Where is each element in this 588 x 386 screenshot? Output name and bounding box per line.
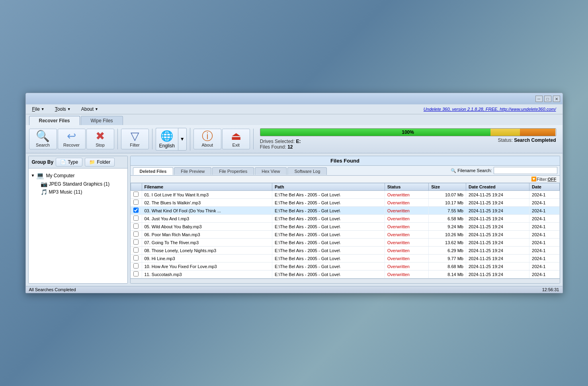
col-date[interactable]: Date — [529, 183, 559, 191]
row-date: 2024-1 — [529, 231, 559, 239]
filter-button[interactable]: ▽ Filter — [121, 129, 149, 149]
col-path[interactable]: Path — [272, 183, 385, 191]
menu-about[interactable]: About ▼ — [78, 106, 102, 113]
group-type-button[interactable]: 📄 Type — [56, 158, 82, 167]
stop-label: Stop — [96, 143, 105, 147]
row-checkbox[interactable] — [131, 223, 142, 231]
about-button[interactable]: ⓘ About — [193, 129, 221, 149]
row-date-created: 2024-11-25 19:24 — [466, 239, 529, 247]
row-date-created: 2024-11-25 19:24 — [466, 263, 529, 270]
about-icon: ⓘ — [202, 131, 213, 142]
english-button[interactable]: 🌐 English — [156, 128, 178, 151]
filter-off-toggle[interactable]: OFF — [548, 177, 557, 182]
exit-button[interactable]: ⏏ Exit — [222, 129, 250, 149]
row-filename: 11. Succotash.mp3 — [142, 270, 272, 278]
progress-text: 100% — [260, 129, 556, 135]
group-folder-button[interactable]: 📁 Folder — [85, 158, 115, 167]
status-bar-left: All Searches Completed — [29, 287, 76, 292]
search-label: Search — [36, 143, 50, 147]
row-date-created: 2024-11-25 19:24 — [466, 223, 529, 231]
stop-button[interactable]: ✖ Stop — [86, 129, 114, 149]
app-link[interactable]: Undelete 360, version 2.1.8.28, FREE, ht… — [424, 107, 559, 112]
filter-icon: ▽ — [131, 131, 139, 142]
row-filename: 07. Going To The River.mp3 — [142, 239, 272, 247]
menu-tools[interactable]: Tools ▼ — [52, 106, 74, 113]
english-icon: 🌐 — [160, 130, 173, 142]
filename-search-input[interactable] — [494, 167, 557, 174]
row-filename: 01. I Got Love If You Want It.mp3 — [142, 191, 272, 199]
recover-button[interactable]: ↩ Recover — [58, 129, 86, 149]
row-checkbox[interactable] — [131, 207, 142, 215]
menu-file[interactable]: File ▼ — [29, 106, 48, 113]
files-found-header: Files Found — [131, 156, 560, 166]
progress-area: 100% Drives Selected: E: Files Found: 12… — [257, 127, 559, 151]
tab-file-properties[interactable]: File Properties — [212, 167, 254, 175]
exit-icon: ⏏ — [231, 131, 241, 142]
row-size: 7.55 Mb — [429, 207, 466, 215]
row-checkbox[interactable] — [131, 215, 142, 223]
tab-hex-view[interactable]: Hex View — [255, 167, 287, 175]
row-date-created: 2024-11-25 19:24 — [466, 191, 529, 199]
table-row: 11. Succotash.mp3E:\The Bel Airs - 2005 … — [131, 270, 559, 278]
row-path: E:\The Bel Airs - 2005 - Got Love\ — [272, 255, 385, 263]
row-checkbox[interactable] — [131, 255, 142, 263]
row-date: 2024-1 — [529, 199, 559, 207]
tab-file-preview[interactable]: File Preview — [174, 167, 211, 175]
row-date: 2024-1 — [529, 191, 559, 199]
table-row: 05. Wild About You Baby.mp3E:\The Bel Ai… — [131, 223, 559, 231]
horizontal-scrollbar[interactable] — [131, 278, 560, 283]
row-date: 2024-1 — [529, 263, 559, 270]
toolbar: 🔍 Search ↩ Recover ✖ Stop ▽ Filter 🌐 — [26, 125, 563, 153]
minimize-button[interactable]: ─ — [535, 96, 543, 102]
filename-search-area: 🔍 Filename Search: — [451, 167, 557, 175]
tools-menu-arrow: ▼ — [67, 107, 71, 111]
tab-software-log[interactable]: Software Log — [287, 167, 327, 175]
stop-icon: ✖ — [96, 131, 105, 142]
drives-info: Drives Selected: E: Files Found: 12 — [260, 139, 301, 150]
english-dropdown-arrow[interactable]: ▼ — [178, 128, 187, 151]
tree-item-mp3-label: MP3 Music (11) — [49, 189, 82, 195]
file-table-container[interactable]: Filename Path Status Size Date Created D… — [131, 183, 560, 278]
tab-wipe-files[interactable]: Wipe Files — [81, 116, 123, 125]
row-filename: 10. How Are You Fixed For Love.mp3 — [142, 263, 272, 270]
drives-value: E: — [296, 139, 301, 144]
col-size[interactable]: Size — [429, 183, 466, 191]
tab-recover-files[interactable]: Recover Files — [29, 116, 80, 125]
row-checkbox[interactable] — [131, 199, 142, 207]
tree-item-jpeg[interactable]: 📷 JPEG Standard Graphics (1) — [31, 180, 125, 188]
tree-item-mp3[interactable]: 🎵 MP3 Music (11) — [31, 188, 125, 196]
computer-icon: 💻 — [36, 172, 44, 179]
tree-item-jpeg-label: JPEG Standard Graphics (1) — [49, 181, 110, 187]
maximize-button[interactable]: □ — [544, 96, 551, 102]
row-checkbox[interactable] — [131, 247, 142, 255]
file-table: Filename Path Status Size Date Created D… — [131, 183, 560, 278]
toolbar-search-section: 🔍 Search ↩ Recover ✖ Stop — [29, 129, 118, 149]
tree-root-my-computer[interactable]: ▼ 💻 My Computer — [31, 171, 125, 180]
left-panel: Group By 📄 Type 📁 Folder ▼ 💻 My Computer — [28, 156, 128, 284]
toolbar-about-section: ⓘ About ⏏ Exit — [193, 129, 254, 149]
row-path: E:\The Bel Airs - 2005 - Got Love\ — [272, 223, 385, 231]
table-row: 04. Just You And I.mp3E:\The Bel Airs - … — [131, 215, 559, 223]
row-checkbox[interactable] — [131, 263, 142, 270]
row-date: 2024-1 — [529, 207, 559, 215]
row-checkbox[interactable] — [131, 239, 142, 247]
search-button[interactable]: 🔍 Search — [29, 129, 57, 149]
row-filename: 05. Wild About You Baby.mp3 — [142, 223, 272, 231]
row-date-created: 2024-11-25 19:24 — [466, 199, 529, 207]
row-date-created: 2024-11-25 19:24 — [466, 215, 529, 223]
row-date-created: 2024-11-25 19:24 — [466, 270, 529, 278]
row-checkbox[interactable] — [131, 231, 142, 239]
row-date: 2024-1 — [529, 247, 559, 255]
col-checkbox[interactable] — [131, 183, 142, 191]
table-row: 06. Poor Man Rich Man.mp3E:\The Bel Airs… — [131, 231, 559, 239]
row-path: E:\The Bel Airs - 2005 - Got Love\ — [272, 207, 385, 215]
tab-deleted-files[interactable]: Deleted Files — [133, 167, 174, 175]
close-button[interactable]: ✕ — [553, 96, 560, 102]
col-filename[interactable]: Filename — [142, 183, 272, 191]
row-checkbox[interactable] — [131, 270, 142, 278]
row-path: E:\The Bel Airs - 2005 - Got Love\ — [272, 263, 385, 270]
col-status[interactable]: Status — [385, 183, 428, 191]
col-date-created[interactable]: Date Created — [466, 183, 529, 191]
row-status: Overwritten — [385, 255, 428, 263]
row-checkbox[interactable] — [131, 191, 142, 199]
